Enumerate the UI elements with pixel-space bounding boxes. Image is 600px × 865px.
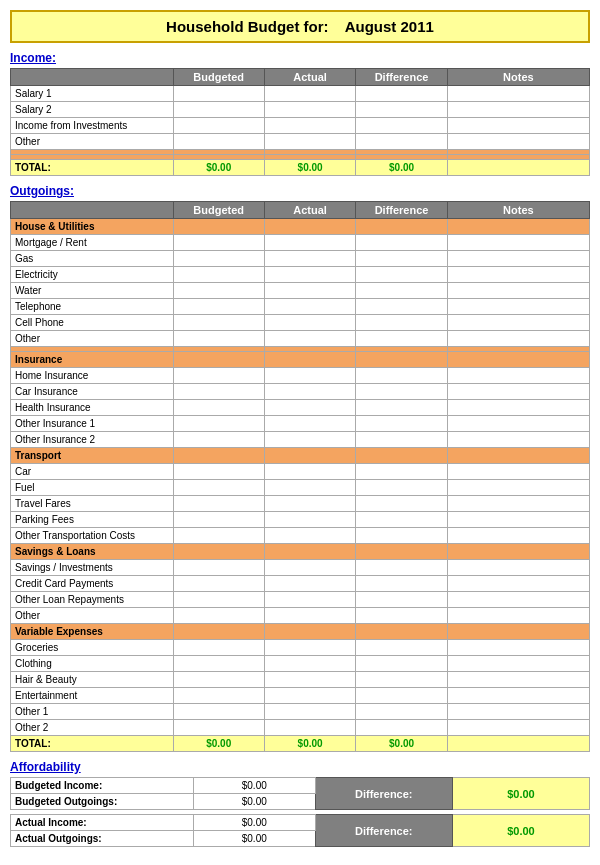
outgoings-row-actual[interactable] (264, 704, 355, 720)
outgoings-row-notes[interactable] (447, 688, 589, 704)
outgoings-row-actual[interactable] (264, 672, 355, 688)
outgoings-row-label: Other 1 (11, 704, 174, 720)
income-total-notes (447, 160, 589, 176)
outgoings-row-actual[interactable] (264, 480, 355, 496)
income-row-notes[interactable] (447, 102, 589, 118)
outgoings-row-actual[interactable] (264, 640, 355, 656)
outgoings-row-budgeted[interactable] (173, 400, 264, 416)
outgoings-row-notes[interactable] (447, 400, 589, 416)
outgoings-row-notes[interactable] (447, 283, 589, 299)
outgoings-row-budgeted[interactable] (173, 251, 264, 267)
outgoings-row-notes[interactable] (447, 672, 589, 688)
outgoings-row-budgeted[interactable] (173, 480, 264, 496)
outgoings-row-label: Clothing (11, 656, 174, 672)
outgoings-row-notes[interactable] (447, 576, 589, 592)
outgoings-row-notes[interactable] (447, 384, 589, 400)
outgoings-row-notes[interactable] (447, 315, 589, 331)
outgoings-row-budgeted[interactable] (173, 656, 264, 672)
outgoings-row-budgeted[interactable] (173, 267, 264, 283)
outgoings-row-budgeted[interactable] (173, 704, 264, 720)
income-row-actual[interactable] (264, 134, 355, 150)
outgoings-row-actual[interactable] (264, 331, 355, 347)
outgoings-row-notes[interactable] (447, 608, 589, 624)
outgoings-row-actual[interactable] (264, 267, 355, 283)
outgoings-row-actual[interactable] (264, 512, 355, 528)
outgoings-row-budgeted[interactable] (173, 464, 264, 480)
outgoings-row-notes[interactable] (447, 512, 589, 528)
outgoings-row-budgeted[interactable] (173, 528, 264, 544)
outgoings-row-budgeted[interactable] (173, 299, 264, 315)
outgoings-row-budgeted[interactable] (173, 432, 264, 448)
outgoings-row-actual[interactable] (264, 592, 355, 608)
outgoings-row-budgeted[interactable] (173, 283, 264, 299)
outgoings-row-actual[interactable] (264, 235, 355, 251)
outgoings-row-notes[interactable] (447, 464, 589, 480)
outgoings-row-budgeted[interactable] (173, 592, 264, 608)
income-row-notes[interactable] (447, 118, 589, 134)
outgoings-row-actual[interactable] (264, 400, 355, 416)
income-row-budgeted[interactable] (173, 86, 264, 102)
outgoings-row-notes[interactable] (447, 720, 589, 736)
income-row-actual[interactable] (264, 102, 355, 118)
outgoings-row-actual[interactable] (264, 315, 355, 331)
outgoings-row-actual[interactable] (264, 251, 355, 267)
outgoings-row-notes[interactable] (447, 299, 589, 315)
outgoings-row-notes[interactable] (447, 640, 589, 656)
outgoings-row: Cell Phone (11, 315, 590, 331)
outgoings-row-budgeted[interactable] (173, 496, 264, 512)
outgoings-row-notes[interactable] (447, 368, 589, 384)
outgoings-row-budgeted[interactable] (173, 331, 264, 347)
outgoings-row-budgeted[interactable] (173, 512, 264, 528)
outgoings-row-notes[interactable] (447, 267, 589, 283)
outgoings-row-budgeted[interactable] (173, 368, 264, 384)
outgoings-row-actual[interactable] (264, 528, 355, 544)
outgoings-row-budgeted[interactable] (173, 672, 264, 688)
outgoings-row-actual[interactable] (264, 576, 355, 592)
outgoings-row-actual[interactable] (264, 496, 355, 512)
income-row-budgeted[interactable] (173, 118, 264, 134)
outgoings-row-actual[interactable] (264, 283, 355, 299)
outgoings-row-notes[interactable] (447, 480, 589, 496)
outgoings-row-label: Savings / Investments (11, 560, 174, 576)
outgoings-row-budgeted[interactable] (173, 608, 264, 624)
outgoings-row-actual[interactable] (264, 416, 355, 432)
outgoings-row-actual[interactable] (264, 299, 355, 315)
income-row-budgeted[interactable] (173, 134, 264, 150)
outgoings-row-actual[interactable] (264, 368, 355, 384)
outgoings-row-notes[interactable] (447, 331, 589, 347)
income-row-actual[interactable] (264, 86, 355, 102)
outgoings-row-actual[interactable] (264, 464, 355, 480)
outgoings-row-notes[interactable] (447, 704, 589, 720)
outgoings-row-actual[interactable] (264, 688, 355, 704)
outgoings-row-budgeted[interactable] (173, 560, 264, 576)
outgoings-row-budgeted[interactable] (173, 315, 264, 331)
outgoings-row-budgeted[interactable] (173, 720, 264, 736)
outgoings-row-actual[interactable] (264, 560, 355, 576)
outgoings-row-actual[interactable] (264, 384, 355, 400)
outgoings-row-budgeted[interactable] (173, 640, 264, 656)
income-row-notes[interactable] (447, 134, 589, 150)
outgoings-row-budgeted[interactable] (173, 235, 264, 251)
income-row-actual[interactable] (264, 118, 355, 134)
income-row-notes[interactable] (447, 86, 589, 102)
outgoings-row-actual[interactable] (264, 720, 355, 736)
outgoings-row-notes[interactable] (447, 528, 589, 544)
outgoings-row-budgeted[interactable] (173, 384, 264, 400)
outgoings-row-notes[interactable] (447, 496, 589, 512)
outgoings-row-notes[interactable] (447, 432, 589, 448)
outgoings-row-notes[interactable] (447, 560, 589, 576)
outgoings-row-notes[interactable] (447, 251, 589, 267)
outgoings-row-notes[interactable] (447, 656, 589, 672)
outgoings-row-notes[interactable] (447, 592, 589, 608)
outgoings-row-notes[interactable] (447, 416, 589, 432)
outgoings-row-actual[interactable] (264, 432, 355, 448)
outgoings-row-notes[interactable] (447, 235, 589, 251)
outgoings-row-actual[interactable] (264, 656, 355, 672)
outgoings-row-label: Groceries (11, 640, 174, 656)
outgoings-row-actual[interactable] (264, 608, 355, 624)
outgoings-row-budgeted[interactable] (173, 416, 264, 432)
income-row-budgeted[interactable] (173, 102, 264, 118)
outgoings-row-difference (356, 480, 447, 496)
outgoings-row-budgeted[interactable] (173, 688, 264, 704)
outgoings-row-budgeted[interactable] (173, 576, 264, 592)
